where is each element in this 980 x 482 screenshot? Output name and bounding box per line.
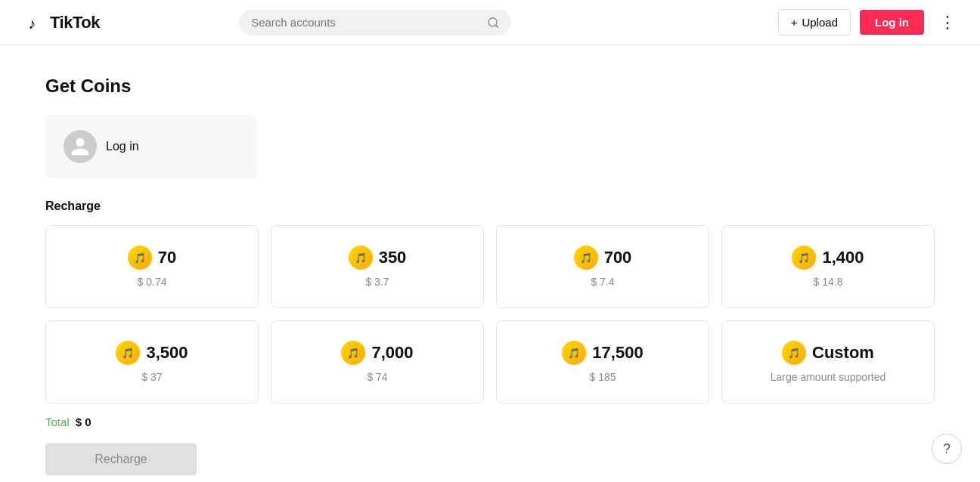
coin-icon: 🎵: [792, 246, 816, 270]
recharge-section-label: Recharge: [45, 199, 935, 213]
avatar-icon: [70, 136, 91, 157]
login-card-label: Log in: [106, 140, 139, 153]
coin-icon-symbol: 🎵: [347, 348, 359, 359]
coin-amount-row: 🎵Custom: [782, 341, 874, 365]
coin-icon-symbol: 🎵: [580, 252, 592, 264]
total-row: Total $ 0: [45, 416, 935, 428]
svg-line-3: [495, 25, 498, 27]
coin-icon: 🎵: [128, 246, 152, 270]
coin-icon: 🎵: [349, 246, 373, 270]
upload-button[interactable]: + Upload: [778, 9, 851, 36]
coin-amount-row: 🎵1,400: [792, 246, 864, 270]
plus-icon: +: [791, 16, 798, 29]
coin-amount: 7,000: [371, 343, 413, 363]
coin-icon: 🎵: [574, 246, 598, 270]
coin-grid-row2: 🎵3,500$ 37🎵7,000$ 74🎵17,500$ 185🎵CustomL…: [45, 320, 935, 403]
main-content: Get Coins Log in Recharge 🎵70$ 0.74🎵350$…: [0, 45, 980, 482]
coin-card[interactable]: 🎵350$ 3.7: [271, 225, 484, 308]
coin-price: $ 0.74: [138, 276, 167, 288]
recharge-button[interactable]: Recharge: [45, 443, 197, 475]
coin-icon-symbol: 🎵: [788, 348, 800, 359]
coin-amount-row: 🎵7,000: [341, 341, 413, 365]
svg-text:♪: ♪: [28, 15, 35, 32]
coin-amount-row: 🎵3,500: [116, 341, 188, 365]
coin-icon: 🎵: [782, 341, 806, 365]
coin-card[interactable]: 🎵700$ 7.4: [496, 225, 709, 308]
coin-icon-symbol: 🎵: [798, 252, 810, 264]
total-label: Total: [45, 416, 70, 428]
coin-card[interactable]: 🎵7,000$ 74: [271, 320, 484, 403]
coin-price: $ 7.4: [591, 276, 614, 288]
coin-amount-row: 🎵350: [349, 246, 407, 270]
coin-price: $ 74: [367, 371, 387, 383]
coin-price: $ 185: [589, 371, 616, 383]
coin-amount: 17,500: [592, 343, 643, 363]
coin-icon: 🎵: [341, 341, 365, 365]
more-options-button[interactable]: ⋮: [933, 10, 962, 36]
help-button[interactable]: ?: [932, 434, 962, 464]
coin-price: $ 14.8: [814, 276, 843, 288]
upload-label: Upload: [802, 16, 838, 29]
coin-amount-row: 🎵17,500: [562, 341, 643, 365]
coin-card[interactable]: 🎵17,500$ 185: [496, 320, 709, 403]
coin-price: $ 3.7: [365, 276, 389, 288]
question-mark-icon: ?: [943, 441, 951, 457]
coin-card[interactable]: 🎵70$ 0.74: [45, 225, 259, 308]
login-card[interactable]: Log in: [45, 115, 257, 178]
header: ♪ TikTok + Upload Log in ⋮: [0, 0, 980, 45]
coin-amount-row: 🎵700: [574, 246, 632, 270]
logo-text: TikTok: [50, 13, 100, 32]
coin-amount: Custom: [812, 343, 874, 363]
coin-amount: 700: [604, 248, 632, 267]
coin-subtitle: Large amount supported: [771, 371, 886, 383]
coin-grid-row1: 🎵70$ 0.74🎵350$ 3.7🎵700$ 7.4🎵1,400$ 14.8: [45, 225, 935, 308]
total-value: $ 0: [76, 416, 91, 428]
avatar: [64, 130, 97, 163]
coin-amount: 70: [158, 248, 176, 267]
coin-icon: 🎵: [562, 341, 586, 365]
coin-icon-symbol: 🎵: [122, 348, 134, 359]
coin-card[interactable]: 🎵3,500$ 37: [45, 320, 259, 403]
coin-icon-symbol: 🎵: [568, 348, 580, 359]
coin-icon: 🎵: [116, 341, 140, 365]
search-icon: [487, 16, 500, 29]
coin-amount: 3,500: [146, 343, 188, 363]
coin-price: $ 37: [141, 371, 162, 383]
coin-amount: 350: [379, 248, 407, 267]
tiktok-logo-icon: ♪: [18, 9, 45, 36]
search-bar[interactable]: [239, 10, 511, 36]
search-input[interactable]: [251, 16, 480, 29]
coin-card[interactable]: 🎵1,400$ 14.8: [721, 225, 935, 308]
login-button[interactable]: Log in: [860, 10, 924, 35]
page-title: Get Coins: [45, 76, 935, 97]
coin-icon-symbol: 🎵: [134, 252, 146, 264]
coin-amount-row: 🎵70: [128, 246, 176, 270]
coin-icon-symbol: 🎵: [355, 252, 367, 264]
coin-amount: 1,400: [822, 248, 864, 267]
header-actions: + Upload Log in ⋮: [778, 9, 962, 36]
logo[interactable]: ♪ TikTok: [18, 9, 100, 36]
coin-card[interactable]: 🎵CustomLarge amount supported: [721, 320, 935, 403]
